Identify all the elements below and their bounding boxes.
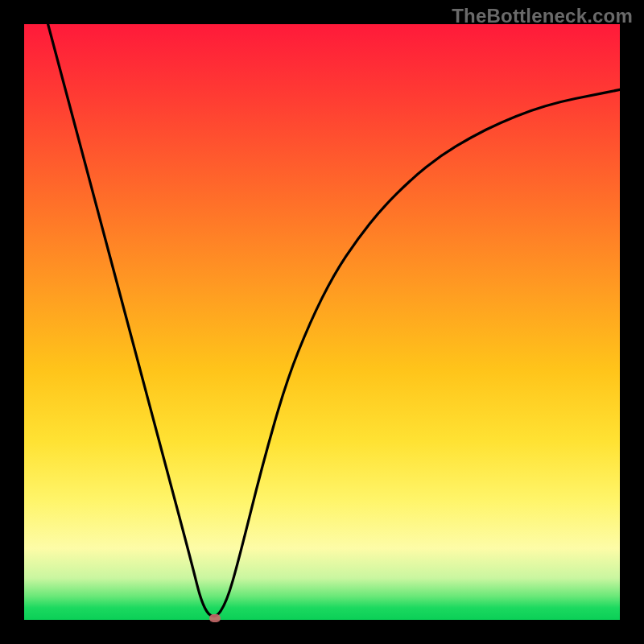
bottleneck-curve bbox=[48, 24, 620, 617]
plot-area bbox=[24, 24, 620, 620]
minimum-marker bbox=[209, 614, 221, 622]
chart-frame: TheBottleneck.com bbox=[0, 0, 644, 644]
curve-svg bbox=[24, 24, 620, 620]
